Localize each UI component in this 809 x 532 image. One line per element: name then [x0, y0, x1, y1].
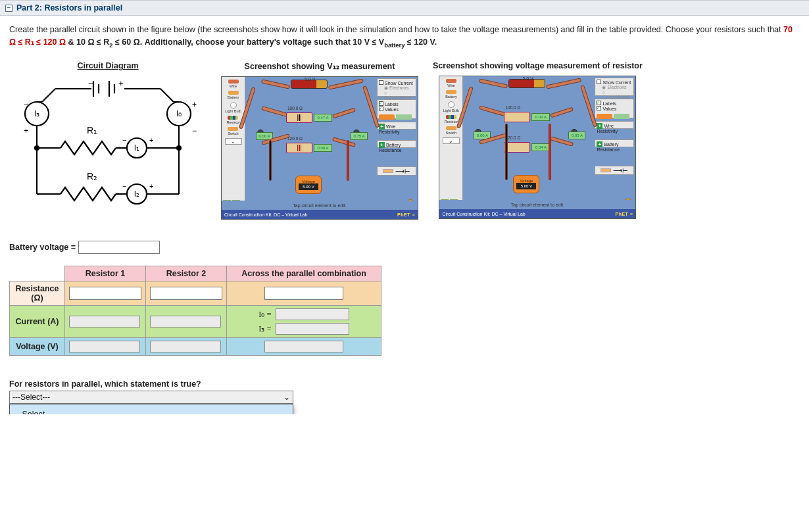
v-r1-readonly [69, 341, 140, 352]
section-header[interactable]: − Part 2: Resistors in parallel [0, 0, 809, 16]
fig-caption-v12: Screenshot showing V₁₂ measurement [245, 61, 395, 71]
svg-text:−: − [122, 182, 126, 190]
svg-text:R₂: R₂ [87, 171, 97, 181]
svg-point-41 [177, 146, 181, 150]
instructions: Create the parallel circuit shown in the… [9, 24, 800, 49]
fig-circuit-diagram: Circuit Diagram − + [9, 61, 207, 214]
amp: & [68, 37, 77, 47]
svg-text:I₂: I₂ [134, 189, 139, 199]
sim-panel-labels: Labels Values [377, 99, 416, 119]
svg-text:−: − [88, 78, 93, 88]
svg-text:+: + [24, 126, 28, 135]
battery-voltage-row: Battery voltage = [9, 241, 800, 254]
section-title: Part 2: Resistors in parallel [16, 3, 122, 12]
svg-text:I₀: I₀ [176, 109, 182, 118]
svg-text:−: − [192, 126, 197, 135]
row-current-hdr: Current (A) [10, 306, 65, 338]
svg-point-40 [35, 146, 39, 150]
res-r2-input[interactable] [150, 287, 222, 300]
sim-toolbar: Wire Battery Light Bulb Resistor Switch … [222, 77, 245, 206]
data-table: Resistor 1 Resistor 2 Across the paralle… [9, 266, 381, 356]
phet-sim-vres: Wire Battery Light Bulb Resistor Switch … [439, 76, 636, 219]
cond-vb: 10 V ≤ Vbattery ≤ 120 V. [353, 37, 437, 47]
cur-r2-readonly [150, 316, 221, 327]
svg-text:R₁: R₁ [87, 125, 97, 135]
instr-mid: Additionally, choose your battery's volt… [145, 37, 353, 47]
circuit-svg: − + I₃ − + I₀ + [9, 76, 207, 214]
fig-caption-diagram: Circuit Diagram [77, 61, 138, 70]
cur-r1-readonly [69, 316, 140, 327]
row-voltage-hdr: Voltage (V) [10, 338, 65, 356]
instr-lead: Create the parallel circuit shown in the… [9, 25, 783, 34]
sim-hint: Tap circuit element to edit. [222, 201, 418, 210]
svg-line-9 [160, 89, 174, 102]
mcq-option[interactable]: ---Select--- [10, 404, 293, 414]
toolbar-chev[interactable]: ⌄ [225, 138, 242, 145]
v-r2-readonly [150, 341, 221, 352]
mcq-dropdown[interactable]: ---Select--- It's impossible to know. Th… [9, 404, 293, 414]
svg-text:+: + [149, 136, 153, 144]
phet-sim-v12: Wire Battery Light Bulb Resistor Switch … [221, 76, 418, 220]
svg-text:+: + [192, 100, 197, 109]
svg-text:I₁: I₁ [134, 143, 139, 153]
col-r2: Resistor 2 [146, 266, 227, 281]
panel-misc: ⟶⊢ [377, 166, 416, 176]
sim-title: Circuit Construction Kit: DC – Virtual L… [224, 212, 307, 217]
svg-text:+: + [149, 182, 153, 190]
i0-label: I₀ = [258, 309, 271, 320]
svg-text:+: + [118, 78, 124, 88]
svg-line-8 [42, 89, 55, 102]
sim-panel-display: Show Current ◉ Electrons ○ Conventional [377, 78, 416, 97]
col-r1: Resistor 1 [65, 266, 146, 281]
fig-caption-vres: Screenshot showing voltage measurement o… [433, 61, 643, 70]
mcq-select[interactable]: ---Select--- ⌄ [9, 391, 293, 404]
svg-text:−: − [24, 100, 28, 109]
phet-logo: PhET ≡ [397, 212, 415, 217]
panel-batt-res: +Battery Resistance [377, 140, 416, 148]
svg-text:I₃: I₃ [34, 109, 40, 118]
battery-voltage-label: Battery voltage = [9, 243, 76, 252]
panel-wire-res: +Wire Resistivity [377, 122, 416, 130]
col-combo: Across the parallel combination [227, 266, 381, 281]
figures-row: Circuit Diagram − + [9, 61, 800, 220]
i3-readonly [276, 323, 349, 335]
fig-vres-sim: Screenshot showing voltage measurement o… [433, 61, 643, 219]
mcq-question: For resistors in parallel, which stateme… [9, 379, 800, 389]
v-combo-readonly [264, 341, 343, 352]
battery-voltage-input[interactable] [78, 241, 160, 254]
res-r1-input[interactable] [69, 287, 141, 300]
cond-r2: 10 Ω ≤ R2 ≤ 60 Ω. [76, 37, 145, 47]
section-content: Create the parallel circuit shown in the… [0, 16, 809, 414]
fig-v12-sim: Screenshot showing V₁₂ measurement Wire … [221, 61, 418, 220]
mcq-selected-value: ---Select--- [12, 393, 50, 402]
res-combo-input[interactable] [264, 287, 343, 300]
svg-text:−: − [122, 136, 126, 144]
collapse-icon[interactable]: − [5, 5, 12, 12]
chevron-down-icon: ⌄ [282, 393, 291, 402]
mcq: For resistors in parallel, which stateme… [9, 379, 800, 404]
i3-label: I₃ = [258, 324, 271, 334]
i0-readonly [276, 308, 349, 320]
row-resistance-hdr: Resistance (Ω) [10, 281, 65, 306]
